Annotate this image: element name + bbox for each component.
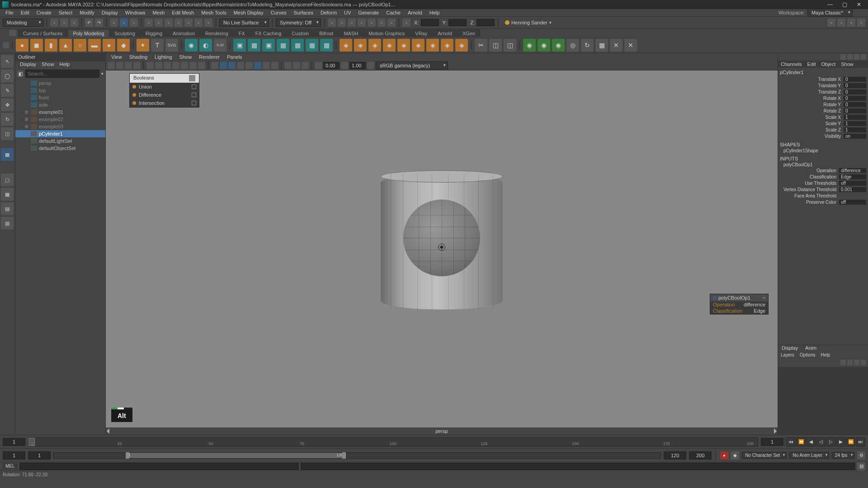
shelf-poly-cube-icon[interactable]: ◼ xyxy=(30,39,43,52)
menu-set-dropdown[interactable]: Modeling xyxy=(3,19,43,27)
scale-tool-icon[interactable]: ◫ xyxy=(1,127,14,140)
vp-menu-renderer[interactable]: Renderer xyxy=(195,54,223,60)
layer-move-down-icon[interactable] xyxy=(847,360,853,365)
attr-rotate-x[interactable]: Rotate X0 xyxy=(780,95,866,101)
shelf-offset-loop-icon[interactable]: ◫ xyxy=(504,39,516,52)
step-forward-icon[interactable]: ▶ xyxy=(836,437,845,446)
vp-aa-icon[interactable] xyxy=(271,62,278,69)
select-component-icon[interactable]: ▫ xyxy=(130,19,138,27)
vp-shadows-icon[interactable] xyxy=(245,62,253,69)
layer-list[interactable] xyxy=(778,367,868,435)
cmd-lang-button[interactable]: MEL xyxy=(3,463,18,469)
outliner-item-example03[interactable]: ⊞example03 xyxy=(15,123,105,130)
snap-point-icon[interactable]: ▫ xyxy=(165,19,173,27)
window-maximize-button[interactable]: ▢ xyxy=(838,0,851,9)
vp-safe-title-icon[interactable] xyxy=(198,62,205,69)
preset-outliner-icon[interactable]: ▤ xyxy=(1,202,14,215)
shelf-tab-rendering[interactable]: Rendering xyxy=(200,29,233,37)
open-scene-icon[interactable]: ▫ xyxy=(60,19,68,27)
shelf-poly-cone-icon[interactable]: ▲ xyxy=(59,39,72,52)
outliner-search-input[interactable] xyxy=(25,70,99,78)
symmetry-dropdown[interactable]: Symmetry: Off xyxy=(276,19,321,27)
attr-visibility[interactable]: Visibilityon xyxy=(780,133,866,139)
vp-menu-shading[interactable]: Shading xyxy=(126,54,151,60)
prefs-icon[interactable]: ⚙ xyxy=(857,451,865,460)
outliner-tree[interactable]: persp top front side ⊞example01 ⊞example… xyxy=(15,79,105,435)
outliner-item-persp[interactable]: persp xyxy=(15,80,105,87)
vp-menu-view[interactable]: View xyxy=(108,54,126,60)
expand-icon[interactable]: ⊞ xyxy=(24,117,29,122)
cb-icon-1[interactable] xyxy=(840,54,846,60)
tooltip-close-icon[interactable]: ▫▫ xyxy=(763,296,765,300)
attr-scale-z[interactable]: Scale Z1 xyxy=(780,127,866,133)
menu-deform[interactable]: Deform xyxy=(317,10,340,15)
attr-scale-y[interactable]: Scale Y1 xyxy=(780,120,866,127)
layer-menu-help[interactable]: Help xyxy=(818,352,833,359)
select-tool-icon[interactable]: ↖ xyxy=(1,55,14,68)
cb-tab-show[interactable]: Show xyxy=(838,61,856,68)
shelf-bool-union-icon[interactable]: ◉ xyxy=(523,39,536,52)
range-handle-right[interactable] xyxy=(342,452,346,459)
attr-scale-x[interactable]: Scale X1 xyxy=(780,114,866,120)
shelf-retopo-icon[interactable]: ▦ xyxy=(306,39,318,52)
paint-select-tool-icon[interactable]: ✎ xyxy=(1,84,14,97)
render-icon[interactable]: ▫ xyxy=(338,19,346,27)
shelf-quad-draw-icon[interactable]: ▦ xyxy=(595,39,608,52)
shelf-soft-select-icon[interactable]: ◉ xyxy=(185,39,198,52)
preset-graph-icon[interactable]: ▥ xyxy=(1,217,14,230)
menu-select[interactable]: Select xyxy=(55,10,76,15)
shelf-tab-fx[interactable]: FX xyxy=(234,29,250,37)
menu-modify[interactable]: Modify xyxy=(76,10,98,15)
hypershade-icon[interactable]: ▫ xyxy=(368,19,376,27)
layer-menu-layers[interactable]: Layers xyxy=(778,352,797,359)
vp-res-gate-icon[interactable] xyxy=(164,62,171,69)
shelf-tab-xgen[interactable]: XGen xyxy=(458,29,480,37)
cb-icon-2[interactable] xyxy=(847,54,853,60)
menu-surfaces[interactable]: Surfaces xyxy=(290,10,317,15)
shelf-svg-icon[interactable]: SVG xyxy=(165,39,178,52)
axis-x-field[interactable] xyxy=(421,19,439,26)
vp-xray-joints-icon[interactable] xyxy=(302,62,309,69)
expand-icon[interactable]: ⊞ xyxy=(24,110,29,114)
menu-mesh-display[interactable]: Mesh Display xyxy=(230,10,267,15)
vp-gamma-field[interactable] xyxy=(349,62,366,69)
make-live-icon[interactable]: ▫ xyxy=(204,19,212,27)
shelf-bridge-icon[interactable]: ◈ xyxy=(368,39,381,52)
vp-film-gate-icon[interactable] xyxy=(155,62,162,69)
vp-gate-mask-icon[interactable] xyxy=(172,62,179,69)
vp-colorspace-icon[interactable] xyxy=(367,62,374,69)
shelf-combine-icon[interactable]: ▣ xyxy=(233,39,246,52)
history-icon[interactable]: ▫ xyxy=(328,19,336,27)
vp-use-lights-icon[interactable] xyxy=(237,62,244,69)
shelf-type-icon[interactable]: T xyxy=(151,39,164,52)
vp-shaded-icon[interactable] xyxy=(220,62,227,69)
input-attr-preserve-color[interactable]: Preserve Coloroff xyxy=(780,199,866,205)
snap-view-icon[interactable]: ▫ xyxy=(194,19,203,27)
vp-field-chart-icon[interactable] xyxy=(181,62,188,69)
outliner-filter-icon[interactable]: ◧ xyxy=(17,70,24,77)
attr-translate-z[interactable]: Translate Z0 xyxy=(780,89,866,95)
vp-lock-camera-icon[interactable] xyxy=(116,62,123,69)
outliner-menu-display[interactable]: Display xyxy=(17,61,39,69)
lasso-tool-icon[interactable]: ◯ xyxy=(1,70,14,82)
outliner-item-defaultlightset[interactable]: defaultLightSet xyxy=(15,137,105,145)
options-box-icon[interactable] xyxy=(192,84,196,89)
snap-surface-icon[interactable]: ▫ xyxy=(184,19,193,27)
vp-exposure-icon[interactable] xyxy=(315,62,322,69)
vp-menu-show[interactable]: Show xyxy=(176,54,196,60)
menu-create[interactable]: Create xyxy=(33,10,55,15)
vp-menu-lighting[interactable]: Lighting xyxy=(151,54,176,60)
shelf-separate-icon[interactable]: ▦ xyxy=(248,39,260,52)
redo-icon[interactable]: ↷ xyxy=(95,19,103,27)
character-set-dropdown[interactable]: No Character Set xyxy=(742,452,787,459)
vp-safe-action-icon[interactable] xyxy=(189,62,197,69)
shelf-poly-plane-icon[interactable]: ▬ xyxy=(88,39,101,52)
shelf-switcher-icon[interactable] xyxy=(3,42,9,48)
shelf-tab-custom[interactable]: Custom xyxy=(287,29,314,37)
shelf-sculpt-icon[interactable]: ✕ xyxy=(624,39,637,52)
vp-menu-panels[interactable]: Panels xyxy=(223,54,246,60)
booleans-close-icon[interactable] xyxy=(189,75,195,81)
shelf-delete-icon[interactable]: ◈ xyxy=(455,39,468,52)
layer-tab-display[interactable]: Display xyxy=(778,345,802,352)
render-settings-icon[interactable]: ▫ xyxy=(358,19,366,27)
